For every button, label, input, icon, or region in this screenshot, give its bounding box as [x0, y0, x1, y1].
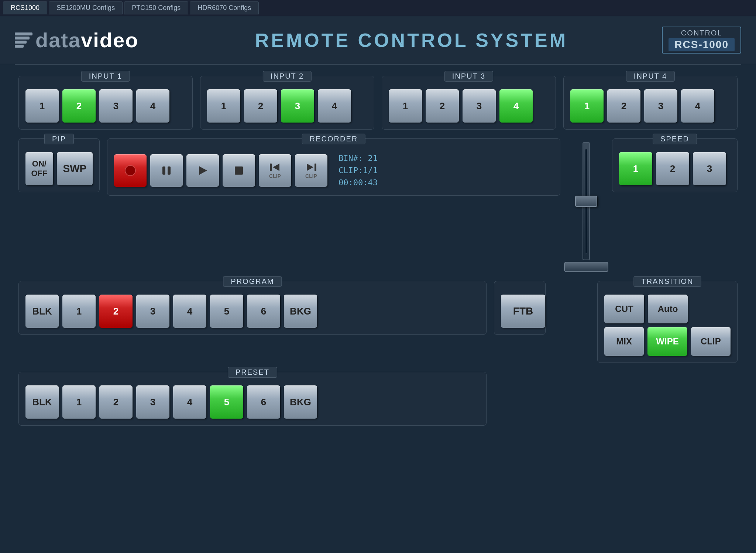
input3-btn-2[interactable]: 2	[426, 89, 459, 123]
fader-base	[564, 262, 608, 272]
recorder-record-button[interactable]	[114, 154, 147, 187]
transition-panel: TRANSITION CUT Auto MIX WIPE CLIP	[597, 281, 738, 363]
input4-panel: INPUT 4 1 2 3 4	[563, 76, 738, 130]
input1-btn-4[interactable]: 4	[136, 89, 169, 123]
recorder-pause-button[interactable]	[150, 154, 183, 187]
svg-point-0	[125, 165, 135, 176]
svg-rect-1	[162, 166, 165, 175]
control-badge: CONTROL RCS-1000	[662, 27, 741, 54]
recorder-play-button[interactable]	[186, 154, 219, 187]
recorder-prev-clip-button[interactable]: CLIP	[259, 154, 291, 187]
transition-wipe-button[interactable]: WIPE	[647, 327, 687, 356]
header: datavideo REMOTE CONTROL SYSTEM CONTROL …	[0, 16, 756, 64]
transition-row2: MIX WIPE CLIP	[604, 327, 731, 356]
input2-btn-1[interactable]: 1	[207, 89, 240, 123]
recorder-bin: BIN#: 21	[339, 152, 378, 164]
preset-blk-button[interactable]: BLK	[25, 385, 59, 419]
program-5-button[interactable]: 5	[210, 295, 243, 328]
program-3-button[interactable]: 3	[136, 295, 169, 328]
program-row: PROGRAM BLK 1 2 3 4 5 6 BKG FTB TRANSITI…	[18, 281, 738, 363]
program-1-button[interactable]: 1	[62, 295, 96, 328]
svg-marker-5	[273, 164, 279, 171]
tab-ptc150[interactable]: PTC150 Configs	[124, 1, 188, 14]
speed-title: SPEED	[653, 134, 697, 144]
svg-rect-8	[315, 164, 316, 171]
input4-btn-3[interactable]: 3	[644, 89, 677, 123]
fader-track[interactable]	[583, 142, 590, 260]
middle-row: PIP ON/ OFF SWP RECORDER	[18, 138, 738, 272]
input4-btn-1[interactable]: 1	[570, 89, 604, 123]
program-buttons: BLK 1 2 3 4 5 6 BKG	[25, 295, 480, 328]
speed-btn-3[interactable]: 3	[693, 152, 726, 185]
recorder-stop-button[interactable]	[223, 154, 255, 187]
preset-panel: PRESET BLK 1 2 3 4 5 6 BKG	[18, 372, 487, 426]
ftb-button[interactable]: FTB	[501, 295, 545, 328]
logo-text: datavideo	[35, 28, 138, 52]
control-badge-top: CONTROL	[681, 29, 722, 37]
main-content: INPUT 1 1 2 3 4 INPUT 2 1 2 3 4 INPUT 3 …	[0, 65, 756, 437]
program-bkg-button[interactable]: BKG	[284, 295, 317, 328]
preset-bkg-button[interactable]: BKG	[284, 385, 317, 419]
transition-clip-button[interactable]: CLIP	[691, 327, 731, 356]
preset-row: PRESET BLK 1 2 3 4 5 6 BKG	[18, 372, 738, 426]
preset-2-button[interactable]: 2	[99, 385, 133, 419]
preset-1-button[interactable]: 1	[62, 385, 96, 419]
input1-btn-3[interactable]: 3	[99, 89, 133, 123]
recorder-panel: RECORDER CLIP	[107, 138, 560, 196]
program-panel: PROGRAM BLK 1 2 3 4 5 6 BKG	[18, 281, 487, 335]
tab-rcs1000[interactable]: RCS1000	[3, 1, 47, 14]
input2-buttons: 1 2 3 4	[207, 89, 367, 123]
pip-buttons: ON/ OFF SWP	[25, 152, 93, 185]
input2-btn-3[interactable]: 3	[281, 89, 314, 123]
recorder-clip: CLIP:1/1	[339, 164, 378, 176]
control-badge-bottom: RCS-1000	[669, 38, 735, 51]
transition-cut-button[interactable]: CUT	[604, 295, 644, 323]
svg-marker-3	[199, 166, 207, 175]
ftb-panel: FTB	[494, 281, 546, 335]
preset-4-button[interactable]: 4	[173, 385, 206, 419]
input3-btn-1[interactable]: 1	[389, 89, 422, 123]
input2-btn-2[interactable]: 2	[244, 89, 277, 123]
pip-swp-button[interactable]: SWP	[57, 152, 93, 185]
program-4-button[interactable]: 4	[173, 295, 206, 328]
input3-btn-4[interactable]: 4	[499, 89, 533, 123]
input2-title: INPUT 2	[263, 71, 312, 82]
preset-title: PRESET	[228, 367, 277, 378]
input3-title: INPUT 3	[444, 71, 493, 82]
program-6-button[interactable]: 6	[247, 295, 280, 328]
logo-bars-icon	[15, 32, 32, 48]
input1-panel: INPUT 1 1 2 3 4	[18, 76, 193, 130]
transition-auto-button[interactable]: Auto	[648, 295, 688, 323]
speed-panel: SPEED 1 2 3	[612, 138, 738, 192]
input4-btn-4[interactable]: 4	[681, 89, 714, 123]
speed-btn-1[interactable]: 1	[619, 152, 652, 185]
svg-marker-7	[307, 164, 313, 171]
logo-data-part: data	[35, 28, 81, 52]
program-blk-button[interactable]: BLK	[25, 295, 59, 328]
input2-btn-4[interactable]: 4	[318, 89, 351, 123]
recorder-time: 00:00:43	[339, 176, 378, 189]
input1-btn-2[interactable]: 2	[62, 89, 96, 123]
speed-btn-2[interactable]: 2	[656, 152, 689, 185]
tab-hdr6070[interactable]: HDR6070 Configs	[190, 1, 259, 14]
transition-mix-button[interactable]: MIX	[604, 327, 644, 356]
input3-btn-3[interactable]: 3	[463, 89, 496, 123]
logo: datavideo	[15, 28, 138, 52]
program-2-button[interactable]: 2	[99, 295, 133, 328]
fader-handle[interactable]	[575, 196, 597, 207]
fader-area	[568, 142, 605, 272]
preset-6-button[interactable]: 6	[247, 385, 280, 419]
recorder-next-clip-button[interactable]: CLIP	[295, 154, 327, 187]
input4-title: INPUT 4	[626, 71, 675, 82]
preset-3-button[interactable]: 3	[136, 385, 169, 419]
pip-on-off-button[interactable]: ON/ OFF	[25, 152, 53, 185]
input1-btn-1[interactable]: 1	[25, 89, 59, 123]
input3-panel: INPUT 3 1 2 3 4	[382, 76, 556, 130]
input3-buttons: 1 2 3 4	[389, 89, 549, 123]
tab-se1200mu[interactable]: SE1200MU Configs	[49, 1, 123, 14]
preset-5-button[interactable]: 5	[210, 385, 243, 419]
input4-btn-2[interactable]: 2	[607, 89, 640, 123]
transition-title: TRANSITION	[633, 276, 701, 287]
pip-panel: PIP ON/ OFF SWP	[18, 138, 100, 192]
pip-title: PIP	[44, 134, 74, 144]
